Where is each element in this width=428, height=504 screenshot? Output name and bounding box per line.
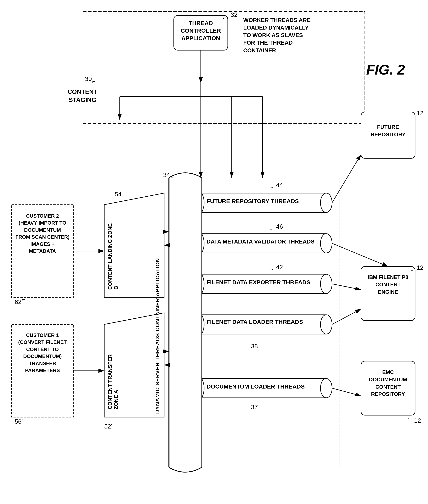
svg-line-45 [332, 243, 388, 266]
filenet-loader-label: FILENET DATA LOADER THREADS [206, 319, 326, 325]
label-32: 32 [231, 11, 238, 18]
label-12-future: 12 [417, 110, 424, 117]
label-62-tick: ⌐ [22, 297, 25, 303]
label-52: 52 [104, 423, 111, 430]
label-34: 34 [163, 172, 170, 179]
label-56-tick: ⌐ [22, 416, 25, 422]
future-repo-threads-label: FUTURE REPOSITORY THREADS [206, 198, 326, 205]
transfer-zone-a-label: CONTENT TRANSFER ZONE A [107, 340, 119, 409]
documentum-loader-label: DOCUMENTUM LOADER THREADS [206, 383, 326, 390]
thread-controller-label: THREADCONTROLLERAPPLICATION [176, 19, 226, 42]
label-44: 44 [276, 182, 283, 189]
customer-2-label: CUSTOMER 2(HEAVY IMPORT TODOCUMENTUMFROM… [14, 212, 71, 255]
diagram: FIG. 2 THREADCONTROLLERAPPLICATION 32 ⌐ … [0, 0, 428, 504]
landing-zone-b-label: CONTENT LANDING ZONE B [107, 220, 119, 290]
label-12-ibm-tick: ⌐ [411, 267, 413, 273]
svg-line-17 [332, 155, 361, 203]
label-37: 37 [251, 404, 258, 411]
data-metadata-label: DATA METADATA VALIDATOR THREADS [206, 239, 326, 245]
label-44-tick: ⌐ [269, 184, 274, 191]
svg-line-29 [332, 309, 361, 324]
filenet-exporter-label: FILENET DATA EXPORTER THREADS [206, 279, 326, 286]
label-30: 30 [85, 75, 92, 83]
label-12-future-tick: ⌐ [411, 113, 413, 119]
label-12-emc: 12 [414, 417, 421, 424]
label-56: 56 [15, 418, 22, 425]
future-repo-label: FUTUREREPOSITORY [362, 123, 413, 138]
label-12-ibm: 12 [417, 264, 424, 271]
label-54-tick: ⌐ [108, 194, 112, 200]
emc-documentum-label: EMCDOCUMENTUMCONTENTREPOSITORY [362, 369, 413, 398]
ibm-filenet-label: IBM FILENET P8CONTENTENGINE [362, 274, 413, 296]
worker-annotation: WORKER THREADS ARELOADED DYNAMICALLYTO W… [243, 17, 321, 54]
label-52-tick: ⌐ [111, 421, 114, 427]
label-46-tick: ⌐ [269, 226, 274, 233]
label-42: 42 [276, 264, 283, 271]
label-46: 46 [276, 223, 283, 230]
label-30-tick: ⌐ [92, 78, 95, 85]
dynamic-server-label: DYNAMIC SERVER THREADS CONTAINER APPLICA… [155, 203, 161, 469]
svg-line-33 [332, 388, 361, 396]
label-54: 54 [115, 191, 122, 198]
label-62: 62 [15, 298, 22, 306]
label-12-emc-tick: ⌐ [408, 415, 411, 421]
label-42-tick: ⌐ [269, 266, 274, 273]
customer-1-label: CUSTOMER 1(CONVERT FILENETCONTENT TODOCU… [14, 332, 71, 374]
label-32-tick: ⌐ [223, 14, 227, 21]
svg-line-25 [332, 284, 361, 290]
label-38: 38 [251, 343, 258, 350]
content-staging-label: CONTENTSTAGING [67, 88, 98, 104]
fig-label: FIG. 2 [366, 62, 405, 78]
